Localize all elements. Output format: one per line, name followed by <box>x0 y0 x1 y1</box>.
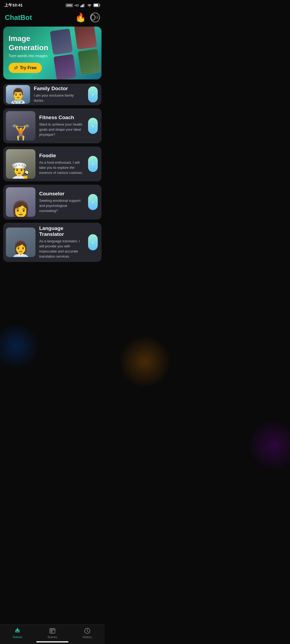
gear-icon <box>95 15 99 20</box>
vip-button[interactable]: 🔥 VIP <box>75 12 86 23</box>
bot-arrow-fitness-coach[interactable]: › <box>88 118 98 134</box>
vip-label: VIP <box>77 19 84 22</box>
vpn-badge: VPN <box>66 3 73 7</box>
bot-info-counselor: Counselor Seeking emotional support and … <box>39 191 84 214</box>
chevron-right-icon: › <box>92 162 93 166</box>
wifi-icon <box>87 3 92 7</box>
bot-arrow-foodie[interactable]: › <box>88 156 98 172</box>
bot-card-fitness-coach[interactable]: 🏋️ Fitness Coach Want to achieve your he… <box>3 108 102 143</box>
bot-arrow-counselor[interactable]: › <box>88 194 98 210</box>
try-free-button[interactable]: Try Free <box>9 63 42 73</box>
status-bar: 上午10:41 VPN HD <box>0 0 105 9</box>
svg-rect-2 <box>83 4 84 7</box>
bot-name-fitness-coach: Fitness Coach <box>39 115 84 120</box>
signal-icon <box>81 3 85 7</box>
chevron-right-icon: › <box>92 123 93 128</box>
svg-point-7 <box>97 17 98 18</box>
header-actions: 🔥 VIP <box>75 12 100 23</box>
avatar-family-doctor: 👨‍⚕️ <box>6 85 30 104</box>
bot-info-fitness-coach: Fitness Coach Want to achieve your healt… <box>39 115 84 137</box>
bot-info-language-translator: Language Translator As a language transl… <box>39 225 84 259</box>
bot-card-foodie[interactable]: 👨‍🍳 Foodie As a food enthusiast, I will … <box>3 147 102 181</box>
title-chat: Chat <box>5 13 20 21</box>
svg-rect-3 <box>84 3 85 7</box>
bot-name-foodie: Foodie <box>39 153 84 159</box>
bot-desc-fitness-coach: Want to achieve your health goals and sh… <box>39 122 84 137</box>
hd-badge: HD <box>75 4 79 7</box>
banner-title: ImageGeneration <box>9 34 57 52</box>
content-area: ImageGeneration Turn words into images T… <box>0 27 105 286</box>
chevron-right-icon: › <box>92 92 93 97</box>
bot-card-counselor[interactable]: 👩 Counselor Seeking emotional support an… <box>3 185 102 219</box>
title-bot: Bot <box>20 13 32 21</box>
bot-arrow-language-translator[interactable]: › <box>88 234 98 250</box>
bot-desc-language-translator: As a language translator, I will provide… <box>39 239 84 259</box>
app-title: ChatBot <box>5 13 32 22</box>
avatar-fitness-coach: 🏋️ <box>6 111 35 141</box>
avatar-foodie: 👨‍🍳 <box>6 149 35 179</box>
wand-icon <box>14 66 18 70</box>
app-header: ChatBot 🔥 VIP <box>0 9 105 27</box>
bot-desc-family-doctor: I am your exclusive family doctor. <box>34 93 84 103</box>
try-free-label: Try Free <box>20 65 37 70</box>
bot-card-language-translator[interactable]: 👩‍💼 Language Translator As a language tr… <box>3 223 102 262</box>
bot-card-family-doctor[interactable]: 👨‍⚕️ Family Doctor I am your exclusive f… <box>3 84 102 105</box>
bot-desc-counselor: Seeking emotional support and psychologi… <box>39 198 84 214</box>
image-generation-banner[interactable]: ImageGeneration Turn words into images T… <box>3 27 102 79</box>
chevron-right-icon: › <box>92 200 93 204</box>
chevron-right-icon: › <box>92 240 93 245</box>
bots-list: 👨‍⚕️ Family Doctor I am your exclusive f… <box>0 84 105 262</box>
svg-rect-1 <box>82 5 82 7</box>
bot-name-counselor: Counselor <box>39 191 84 197</box>
bot-name-language-translator: Language Translator <box>39 225 84 237</box>
bot-name-family-doctor: Family Doctor <box>34 86 84 92</box>
banner-subtitle: Turn words into images <box>9 54 57 58</box>
bot-info-family-doctor: Family Doctor I am your exclusive family… <box>34 86 84 103</box>
battery-icon <box>93 3 100 7</box>
settings-button[interactable] <box>90 13 100 22</box>
bot-info-foodie: Foodie As a food enthusiast, I will take… <box>39 153 84 175</box>
avatar-counselor: 👩 <box>6 187 35 217</box>
svg-rect-0 <box>81 6 81 7</box>
banner-text-area: ImageGeneration Turn words into images T… <box>9 34 57 73</box>
svg-rect-6 <box>100 5 100 6</box>
banner-images <box>50 27 102 79</box>
avatar-language-translator: 👩‍💼 <box>6 228 35 257</box>
bot-desc-foodie: As a food enthusiast, I will take you to… <box>39 160 84 175</box>
status-icons: VPN HD <box>66 3 100 7</box>
status-time: 上午10:41 <box>4 3 23 8</box>
svg-rect-5 <box>94 4 98 6</box>
bot-arrow-family-doctor[interactable]: › <box>88 86 98 103</box>
